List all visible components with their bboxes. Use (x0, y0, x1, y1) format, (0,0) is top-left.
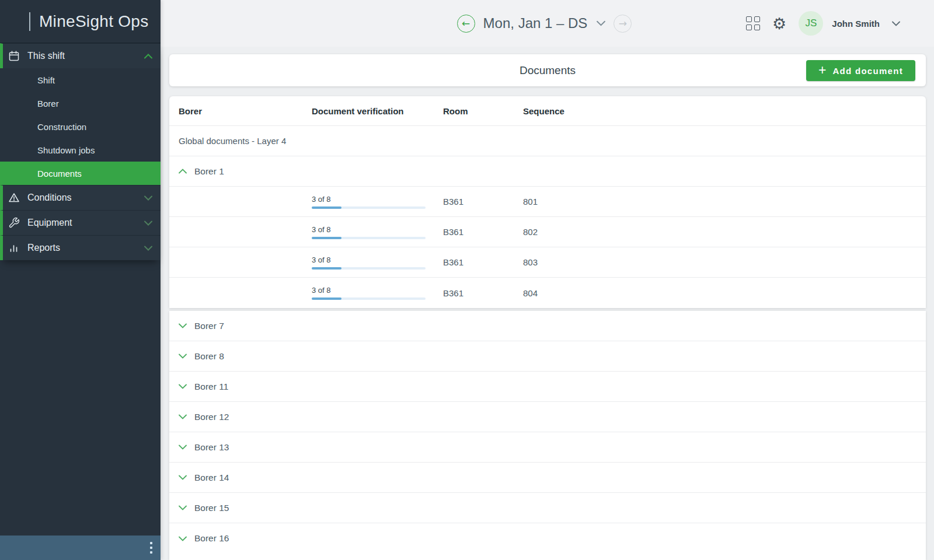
column-header-borer: Borer (169, 106, 302, 116)
progress-bar (312, 267, 426, 270)
verification-label: 3 of 8 (312, 225, 434, 234)
group-label: Borer 8 (194, 351, 224, 362)
shift-date-navigator: ← Mon, Jan 1 – DS → (457, 15, 632, 33)
group-toggle[interactable]: Borer 8 (169, 351, 302, 362)
shift-date-label[interactable]: Mon, Jan 1 – DS (483, 15, 588, 32)
top-bar: ← Mon, Jan 1 – DS → ⚙ JS John Smith (161, 0, 934, 47)
group-label: Borer 13 (194, 442, 229, 453)
previous-shift-button[interactable]: ← (457, 15, 475, 33)
group-row-borer-16[interactable]: Borer 16 (169, 523, 926, 554)
chevron-down-icon (144, 220, 152, 226)
this-shift-submenu: Shift Borer Construction Shutdown jobs D… (0, 68, 161, 185)
sidebar-item-conditions[interactable]: Conditions (0, 185, 161, 210)
next-shift-button[interactable]: → (614, 15, 632, 33)
group-label: Borer 12 (194, 412, 229, 422)
sidebar-item-this-shift[interactable]: This shift (0, 43, 161, 68)
chevron-down-icon (179, 536, 187, 541)
chevron-down-icon (179, 505, 187, 510)
verification-cell: 3 of 8 (302, 286, 434, 300)
group-toggle[interactable]: Borer 14 (169, 473, 302, 483)
collapsed-groups-table: Borer 7 Borer 8 Borer 11 (169, 311, 926, 560)
progress-bar (312, 298, 426, 300)
sidebar: MineSight Ops This shift Shift (0, 0, 161, 560)
top-bar-right: ⚙ JS John Smith (746, 0, 900, 47)
progress-fill (312, 237, 341, 239)
verification-cell: 3 of 8 (302, 195, 434, 209)
chevron-down-icon (179, 384, 187, 389)
column-header-document-verification: Document verification (302, 106, 434, 116)
group-toggle[interactable]: Borer 15 (169, 503, 302, 513)
group-row-borer-1[interactable]: Borer 1 (169, 156, 926, 187)
group-toggle[interactable]: Borer 1 (169, 166, 302, 177)
document-row[interactable]: 3 of 8 B361 804 (169, 278, 926, 308)
chevron-down-icon (179, 475, 187, 480)
document-row[interactable]: 3 of 8 B361 802 (169, 217, 926, 247)
group-row-borer-8[interactable]: Borer 8 (169, 341, 926, 372)
group-toggle[interactable]: Borer 12 (169, 412, 302, 422)
sidebar-item-equipment[interactable]: Equipment (0, 210, 161, 235)
group-toggle[interactable]: Borer 13 (169, 442, 302, 453)
user-name[interactable]: John Smith (832, 19, 880, 29)
progress-fill (312, 298, 341, 300)
group-row-borer-13[interactable]: Borer 13 (169, 432, 926, 463)
progress-bar (312, 206, 426, 209)
chevron-up-icon (144, 54, 152, 59)
sidebar-item-construction[interactable]: Construction (0, 115, 161, 138)
group-toggle[interactable]: Borer 11 (169, 382, 302, 392)
chevron-down-icon (179, 323, 187, 328)
document-row[interactable]: 3 of 8 B361 803 (169, 247, 926, 278)
chevron-up-icon (179, 169, 187, 174)
sidebar-item-documents[interactable]: Documents (0, 162, 161, 185)
progress-fill (312, 267, 341, 270)
chevron-down-icon (144, 195, 152, 201)
group-row-borer-14[interactable]: Borer 14 (169, 463, 926, 493)
group-toggle[interactable]: Borer 16 (169, 533, 302, 544)
verification-cell: 3 of 8 (302, 256, 434, 270)
room-cell: B361 (434, 257, 514, 267)
group-row-borer-15[interactable]: Borer 15 (169, 493, 926, 523)
avatar[interactable]: JS (799, 11, 823, 36)
chevron-down-icon[interactable] (597, 20, 605, 26)
group-row-borer-12[interactable]: Borer 12 (169, 402, 926, 432)
group-label: Borer 14 (194, 473, 229, 483)
kebab-menu-icon[interactable] (150, 542, 152, 554)
verification-cell: 3 of 8 (302, 225, 434, 239)
table-header-row: Borer Document verification Room Sequenc… (169, 96, 926, 126)
sidebar-bottom-bar (0, 536, 161, 560)
apps-grid-icon[interactable] (746, 16, 760, 30)
group-toggle[interactable]: Borer 7 (169, 321, 302, 331)
chevron-down-icon (179, 444, 187, 450)
document-row[interactable]: 3 of 8 B361 801 (169, 187, 926, 217)
sequence-cell: 804 (514, 288, 926, 298)
sequence-cell: 801 (514, 197, 926, 206)
group-label: Borer 15 (194, 503, 229, 513)
bar-chart-icon (8, 242, 20, 254)
global-documents-row[interactable]: Global documents - Layer 4 (169, 126, 926, 156)
gear-icon[interactable]: ⚙ (772, 16, 786, 32)
add-document-label: Add document (832, 66, 903, 76)
sidebar-item-label: Equipment (27, 218, 144, 228)
page-header-card: Documents + Add document (169, 54, 926, 86)
chevron-down-icon[interactable] (892, 21, 900, 26)
chevron-down-icon (179, 354, 187, 359)
wrench-icon (8, 217, 20, 229)
sidebar-item-shutdown-jobs[interactable]: Shutdown jobs (0, 138, 161, 162)
group-row-borer-7[interactable]: Borer 7 (169, 311, 926, 341)
sequence-cell: 803 (514, 257, 926, 267)
sidebar-item-label: This shift (27, 51, 144, 61)
group-row-borer-11[interactable]: Borer 11 (169, 372, 926, 402)
add-document-button[interactable]: + Add document (806, 60, 915, 81)
sidebar-item-borer[interactable]: Borer (0, 92, 161, 115)
sidebar-item-reports[interactable]: Reports (0, 235, 161, 260)
warning-triangle-icon (8, 192, 20, 204)
progress-bar (312, 237, 426, 239)
chevron-down-icon (144, 246, 152, 251)
room-cell: B361 (434, 197, 514, 206)
app-title: MineSight Ops (39, 12, 149, 31)
sidebar-item-shift[interactable]: Shift (0, 68, 161, 92)
progress-fill (312, 206, 341, 209)
column-header-sequence: Sequence (514, 106, 926, 116)
plus-icon: + (818, 64, 826, 77)
room-cell: B361 (434, 288, 514, 298)
group-label: Borer 1 (194, 166, 224, 177)
